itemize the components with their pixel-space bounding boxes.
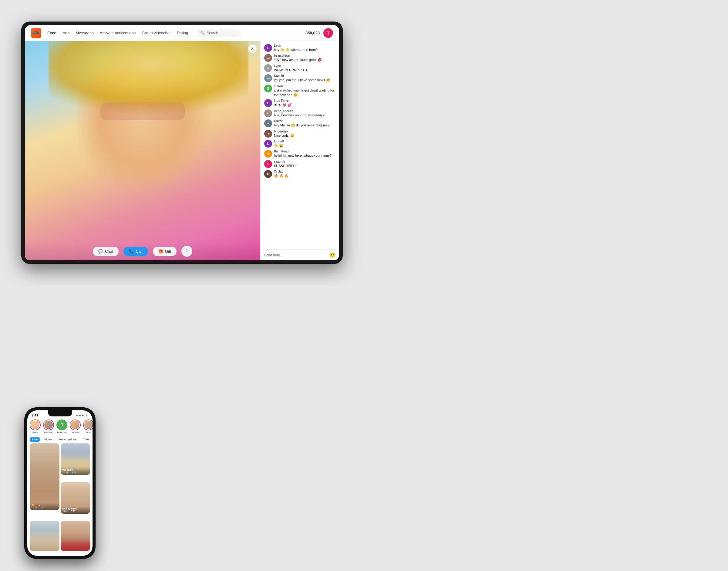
list-item: L Linda8 👋 😜 (264, 140, 336, 148)
nav-group-videochat[interactable]: Group videochat (142, 31, 171, 35)
close-button[interactable]: ✕ (248, 44, 257, 53)
list-item: K8 Kate89 @Lynn, pm me, i have some news… (264, 74, 336, 83)
nav-messages[interactable]: Messages (76, 31, 93, 35)
avatar: L (264, 140, 272, 148)
video-controls: 💬 Chat 📞 Call 🎁 Gift ⋮ (25, 242, 260, 260)
nav-add[interactable]: Add (63, 31, 70, 35)
list-item: bg b_georgo Nice curls! 😄 (264, 130, 336, 138)
emoji-button[interactable]: 🙂 (330, 252, 336, 258)
avatar: S (264, 160, 272, 168)
user-avatar[interactable]: T (324, 28, 333, 38)
coin-count: 850,028 (305, 31, 320, 35)
avatar: TJ (264, 170, 272, 178)
chat-panel: L Leon hey 👋 👋 where are u from? bd bean… (260, 41, 339, 260)
video-area: ✕ 💬 Chat 📞 Call 🎁 Gift ⋮ (25, 41, 260, 260)
header-right: 850,028 T (305, 28, 333, 38)
glasses-decoration (100, 102, 185, 120)
avatar: RP (264, 150, 272, 157)
tablet-device: 🎮 Feed Add Messages Activate notificatio… (21, 21, 343, 264)
video-person (25, 41, 260, 260)
avatar: L (264, 44, 272, 52)
avatar: Ly (264, 64, 272, 72)
list-item: S swantie SUBSCRIBED! (264, 160, 336, 168)
avatar: ic (264, 109, 272, 117)
hair-decoration (49, 41, 249, 161)
avatar: bd (264, 54, 272, 62)
list-item: Ol Oliver hey Melisa 😊 do you remember m… (264, 119, 336, 128)
gift-button[interactable]: 🎁 Gift (153, 247, 177, 256)
list-item: L little Ferrell 👁 👁 💗 💕 (264, 99, 336, 107)
list-item: bd bean.diesel Yey!! new avatar! looks g… (264, 54, 336, 62)
nav-notifications[interactable]: Activate notifications (100, 31, 136, 35)
tablet-screen: 🎮 Feed Add Messages Activate notificatio… (25, 25, 339, 260)
list-item: RP Rich Peach hello! I'm new here. what'… (264, 150, 336, 158)
tablet-body: ✕ 💬 Chat 📞 Call 🎁 Gift ⋮ (25, 41, 339, 260)
search-input[interactable] (206, 31, 237, 35)
chat-input[interactable] (264, 253, 328, 257)
list-item: S simon just watched your latest vlog)) … (264, 85, 336, 98)
call-button[interactable]: 📞 Call (123, 247, 148, 256)
avatar: S (264, 85, 272, 93)
avatar: Ol (264, 119, 272, 127)
chat-messages: L Leon hey 👋 👋 where are u from? bd bean… (261, 41, 339, 249)
tablet-header: 🎮 Feed Add Messages Activate notificatio… (25, 25, 339, 41)
app-logo: 🎮 (31, 28, 41, 38)
nav-dating[interactable]: Dating (177, 31, 188, 35)
more-button[interactable]: ⋮ (181, 246, 192, 257)
chat-icon: 💬 (98, 249, 103, 254)
list-item: Ly Lynn WOW! PERRRRFECT (264, 64, 336, 73)
avatar: L (264, 99, 272, 107)
gift-icon: 🎁 (158, 249, 163, 254)
search-bar[interactable]: 🔍 (197, 29, 241, 37)
avatar: bg (264, 130, 272, 138)
list-item: L Leon hey 👋 👋 where are u from? (264, 44, 336, 52)
search-icon: 🔍 (200, 31, 205, 35)
chat-button[interactable]: 💬 Chat (93, 247, 119, 256)
call-icon: 📞 (129, 249, 134, 254)
avatar: K8 (264, 74, 272, 82)
nav-feed[interactable]: Feed (47, 31, 57, 35)
list-item: ic irene_cheese hiiiii, how was your tri… (264, 109, 336, 118)
chat-input-area: 🙂 (261, 249, 339, 260)
list-item: TJ Te-Jay 🔥 🔥 🔥 (264, 170, 336, 178)
